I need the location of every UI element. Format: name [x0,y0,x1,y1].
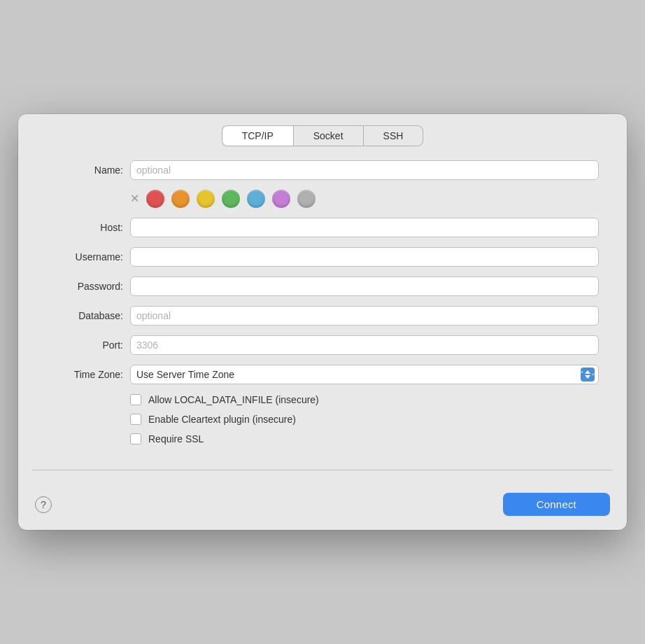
bottom-divider [32,470,613,470]
database-input[interactable] [130,306,599,326]
color-clear-button[interactable]: ✕ [130,193,139,204]
database-label: Database: [46,310,130,321]
require-ssl-checkbox[interactable] [130,433,141,444]
color-gray[interactable] [297,190,316,208]
name-label: Name: [46,164,130,176]
tab-bar: TCP/IP Socket SSH [18,114,627,146]
username-row: Username: [46,247,599,267]
tab-tcpip[interactable]: TCP/IP [222,125,293,146]
host-row: Host: [46,218,599,237]
host-label: Host: [46,222,130,233]
require-ssl-row: Require SSL [46,433,599,444]
connection-window: TCP/IP Socket SSH Name: ✕ Host: User [18,114,627,530]
color-circles-row: ✕ [46,190,599,208]
tab-ssh[interactable]: SSH [363,125,424,146]
connect-button[interactable]: Connect [503,493,610,516]
port-label: Port: [46,340,130,351]
port-row: Port: [46,335,599,355]
port-input[interactable] [130,335,599,355]
password-row: Password: [46,276,599,296]
timezone-select[interactable]: Use Server Time Zone UTC US/Eastern US/C… [130,365,599,384]
tab-socket[interactable]: Socket [293,125,363,146]
color-purple[interactable] [272,190,290,208]
color-green[interactable] [222,190,240,208]
enable-cleartext-plugin-row: Enable Cleartext plugin (insecure) [46,414,599,425]
allow-local-data-infile-row: Allow LOCAL_DATA_INFILE (insecure) [46,394,599,405]
color-blue[interactable] [247,190,265,208]
timezone-select-wrapper: Use Server Time Zone UTC US/Eastern US/C… [130,365,599,384]
bottom-bar: ? Connect [18,482,627,516]
require-ssl-label[interactable]: Require SSL [148,433,204,444]
username-label: Username: [46,251,130,262]
host-input[interactable] [130,218,599,237]
username-input[interactable] [130,247,599,267]
database-row: Database: [46,306,599,326]
enable-cleartext-plugin-checkbox[interactable] [130,414,141,425]
name-input[interactable] [130,160,599,180]
color-red[interactable] [146,190,164,208]
timezone-row: Time Zone: Use Server Time Zone UTC US/E… [46,365,599,384]
timezone-label: Time Zone: [46,369,130,380]
name-row: Name: [46,160,599,180]
color-yellow[interactable] [197,190,215,208]
allow-local-data-infile-label[interactable]: Allow LOCAL_DATA_INFILE (insecure) [148,394,319,405]
password-input[interactable] [130,276,599,296]
password-label: Password: [46,281,130,292]
help-button[interactable]: ? [35,496,52,513]
color-orange[interactable] [171,190,190,208]
form-content: Name: ✕ Host: Username: Password: [18,146,627,467]
allow-local-data-infile-checkbox[interactable] [130,394,141,405]
enable-cleartext-plugin-label[interactable]: Enable Cleartext plugin (insecure) [148,414,296,425]
